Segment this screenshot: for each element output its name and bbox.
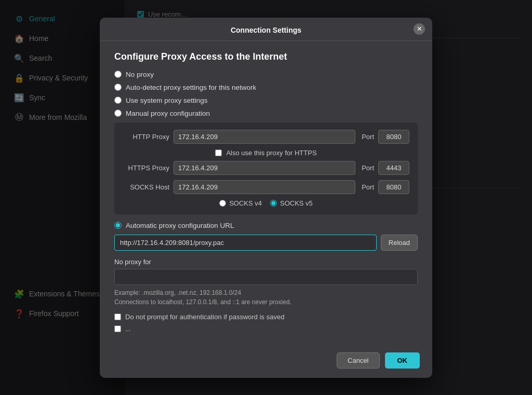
- https-checkbox-label: Also use this proxy for HTTPS: [226, 149, 316, 157]
- http-port-label: Port: [362, 133, 374, 141]
- connection-settings-dialog: Connection Settings ✕ Configure Proxy Ac…: [100, 18, 432, 378]
- system-proxy-label: Use system proxy settings: [126, 97, 208, 104]
- dialog-header: Connection Settings ✕: [100, 18, 432, 41]
- auto-detect-radio[interactable]: [114, 84, 122, 91]
- auto-proxy-url-input[interactable]: [114, 235, 377, 251]
- https-proxy-row: HTTPS Proxy Port: [123, 161, 409, 175]
- dialog-section-title: Configure Proxy Access to the Internet: [114, 51, 418, 62]
- auto-detect-option[interactable]: Auto-detect proxy settings for this netw…: [114, 84, 418, 91]
- https-proxy-input[interactable]: [174, 161, 355, 175]
- no-proxy-for-label: No proxy for: [114, 258, 418, 266]
- https-checkbox-row: Also use this proxy for HTTPS: [123, 149, 409, 157]
- http-port-input[interactable]: [378, 130, 409, 144]
- truncated-checkbox[interactable]: [114, 325, 121, 332]
- auto-proxy-url-radio[interactable]: [114, 222, 122, 229]
- auto-proxy-url-row: Reload: [114, 235, 418, 251]
- manual-proxy-option[interactable]: Manual proxy configuration: [114, 110, 418, 117]
- no-proxy-radio[interactable]: [114, 71, 122, 78]
- http-proxy-label: HTTP Proxy: [123, 133, 169, 141]
- no-proxy-section: No proxy for Example: .mozilla.org, .net…: [114, 258, 418, 307]
- socks-port-input[interactable]: [378, 180, 409, 194]
- socks-v5-option[interactable]: SOCKS v5: [270, 199, 313, 207]
- truncated-label: ...: [125, 325, 131, 333]
- https-checkbox[interactable]: [215, 149, 222, 156]
- dialog-title: Connection Settings: [231, 26, 301, 34]
- reload-button[interactable]: Reload: [381, 235, 418, 251]
- socks-v5-label: SOCKS v5: [280, 199, 313, 207]
- manual-proxy-label: Manual proxy configuration: [126, 110, 210, 117]
- dialog-footer: Cancel OK: [100, 345, 432, 378]
- system-proxy-radio[interactable]: [114, 97, 122, 104]
- truncated-bottom: ...: [114, 325, 418, 333]
- manual-proxy-radio[interactable]: [114, 110, 122, 117]
- https-proxy-label: HTTPS Proxy: [123, 164, 169, 172]
- https-port-label: Port: [362, 164, 374, 172]
- socks-host-row: SOCKS Host Port: [123, 180, 409, 194]
- do-not-prompt-checkbox[interactable]: [114, 314, 121, 320]
- dialog-body: Configure Proxy Access to the Internet N…: [100, 41, 432, 345]
- socks-v4-radio[interactable]: [219, 200, 226, 207]
- system-proxy-option[interactable]: Use system proxy settings: [114, 97, 418, 104]
- socks-version-row: SOCKS v4 SOCKS v5: [123, 199, 409, 207]
- socks-v4-option[interactable]: SOCKS v4: [219, 199, 262, 207]
- auto-proxy-url-label: Automatic proxy configuration URL: [126, 222, 234, 229]
- example-text: Example: .mozilla.org, .net.nz, 192.168.…: [114, 288, 418, 307]
- cancel-button[interactable]: Cancel: [337, 352, 379, 369]
- auto-detect-label: Auto-detect proxy settings for this netw…: [126, 84, 256, 91]
- auto-proxy-url-option[interactable]: Automatic proxy configuration URL: [114, 222, 418, 229]
- https-port-input[interactable]: [378, 161, 409, 175]
- http-proxy-row: HTTP Proxy Port: [123, 130, 409, 144]
- ok-button[interactable]: OK: [385, 352, 420, 369]
- modal-overlay: Connection Settings ✕ Configure Proxy Ac…: [0, 0, 532, 395]
- socks-v4-label: SOCKS v4: [229, 199, 262, 207]
- socks-host-input[interactable]: [174, 180, 355, 194]
- no-proxy-for-input[interactable]: [114, 269, 418, 285]
- do-not-prompt-option[interactable]: Do not prompt for authentication if pass…: [114, 313, 418, 321]
- socks-v5-radio[interactable]: [270, 200, 277, 207]
- socks-host-label: SOCKS Host: [123, 183, 169, 191]
- no-proxy-option[interactable]: No proxy: [114, 71, 418, 78]
- close-button[interactable]: ✕: [414, 23, 425, 35]
- http-proxy-input[interactable]: [174, 130, 355, 144]
- manual-proxy-section: HTTP Proxy Port Also use this proxy for …: [114, 122, 418, 214]
- no-proxy-label: No proxy: [126, 71, 154, 78]
- socks-port-label: Port: [362, 183, 374, 191]
- do-not-prompt-label: Do not prompt for authentication if pass…: [125, 313, 284, 321]
